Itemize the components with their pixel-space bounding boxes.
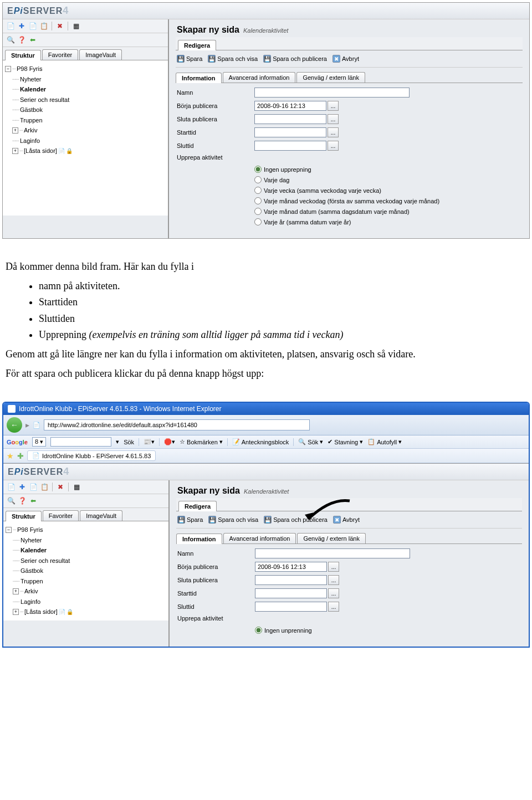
tab-information-2[interactable]: Information (176, 534, 222, 544)
radio-option-partial[interactable]: Ingen unprenning (255, 625, 521, 635)
exit-icon[interactable]: ⬅ (29, 496, 38, 505)
datepicker-button[interactable]: ... (328, 141, 339, 151)
input-start-time[interactable] (254, 127, 326, 137)
address-bar[interactable] (44, 419, 310, 430)
tab-redigera[interactable]: Redigera (178, 40, 216, 50)
browser-tab[interactable]: 📄 IdrottOnline Klubb - EPiServer 4.61.5.… (27, 450, 156, 461)
google-notes-button[interactable]: 📝 Anteckningsblock (232, 438, 289, 445)
exit-icon[interactable]: ⬅ (28, 35, 37, 44)
tree-root-2[interactable]: P98 Fyris (17, 525, 43, 535)
search-icon[interactable]: 🔍 (7, 496, 16, 505)
tree-item-locked[interactable]: [Låsta sidor] (24, 146, 57, 156)
tree-collapse-icon[interactable]: − (6, 527, 12, 533)
search-icon[interactable]: 🔍 (6, 35, 15, 44)
datepicker-button[interactable]: ... (328, 127, 339, 137)
tree-collapse-icon[interactable]: − (5, 66, 11, 72)
input-end-time[interactable] (254, 141, 326, 151)
tab-favoriter[interactable]: Favoriter (42, 49, 78, 60)
tree-item-gastbok[interactable]: Gästbok (20, 105, 43, 115)
tree-item[interactable]: Nyheter (21, 536, 42, 545)
add-favorite-icon[interactable]: ✚ (17, 452, 24, 460)
add-icon[interactable]: ✚ (18, 483, 27, 491)
grid-icon[interactable]: ▦ (71, 22, 80, 30)
tree-item-truppen[interactable]: Truppen (20, 116, 43, 125)
tab-avancerad[interactable]: Avancerad information (223, 72, 296, 83)
google-menu-dropdown[interactable]: 8 ▾ (32, 437, 46, 447)
paste-icon[interactable]: 📋 (39, 22, 48, 30)
tree-root[interactable]: P98 Fyris (17, 64, 42, 74)
tree-item[interactable]: Gästbok (21, 566, 43, 576)
google-autofill-button[interactable]: 📋 Autofyll ▾ (367, 438, 402, 445)
input-start-pub-2[interactable] (255, 562, 327, 572)
grid-icon[interactable]: ▦ (72, 483, 81, 491)
input-name[interactable] (254, 88, 410, 98)
input-name-2[interactable] (255, 548, 410, 558)
tree-item[interactable]: [Låsta sidor] (24, 607, 58, 617)
google-search-button[interactable]: Sök (124, 439, 134, 445)
tree-expand-icon[interactable]: + (13, 609, 19, 615)
tree-expand-icon[interactable]: + (12, 127, 18, 134)
add-icon[interactable]: ✚ (17, 22, 26, 30)
radio-option-3[interactable]: Varje månad veckodag (första av samma ve… (254, 196, 521, 206)
tree-item-arkiv[interactable]: Arkiv (24, 126, 37, 135)
radio-option-4[interactable]: Varje månad datum (samma dagsdatum varje… (254, 206, 521, 217)
new-page-icon[interactable]: 📄 (7, 483, 16, 491)
tree-item[interactable]: Kalender (21, 546, 47, 555)
datepicker-button[interactable]: ... (328, 588, 339, 598)
copy-icon[interactable]: 📄 (29, 483, 38, 491)
save-button[interactable]: 💾Spara (177, 55, 202, 63)
google-news-icon[interactable]: 📰▾ (144, 438, 155, 445)
tab-avancerad-2[interactable]: Avancerad information (223, 533, 296, 543)
google-search-dropdown[interactable]: ▾ (116, 438, 119, 445)
tree-expand-icon-2[interactable]: + (12, 148, 18, 154)
datepicker-button[interactable]: ... (328, 101, 339, 111)
save-publish-button[interactable]: 💾Spara och publicera (263, 55, 327, 63)
save-button-2[interactable]: 💾Spara (177, 516, 203, 524)
google-bookmarks-button[interactable]: ☆ Bokmärken ▾ (180, 438, 223, 445)
paste-icon[interactable]: 📋 (40, 483, 49, 491)
tab-favoriter-2[interactable]: Favoriter (43, 510, 79, 521)
save-view-button[interactable]: 💾Spara och visa (208, 55, 258, 63)
radio-option-0[interactable]: Ingen upprepning (254, 164, 521, 175)
input-end-pub[interactable] (254, 114, 326, 124)
tab-redigera-2[interactable]: Redigera (178, 501, 217, 511)
help-icon[interactable]: ❓ (18, 496, 27, 505)
tree-item-serier[interactable]: Serier och resultat (20, 95, 69, 105)
google-find-button[interactable]: 🔍 Sök ▾ (298, 438, 323, 445)
tab-imagevault-2[interactable]: ImageVault (80, 510, 122, 521)
input-end-pub-2[interactable] (255, 575, 327, 585)
radio-option-5[interactable]: Varje år (samma datum varje år) (254, 217, 521, 227)
datepicker-button[interactable]: ... (328, 602, 339, 612)
radio-option-2[interactable]: Varje vecka (samma veckodag varje vecka) (254, 185, 521, 196)
new-page-icon[interactable]: 📄 (6, 22, 15, 30)
datepicker-button[interactable]: ... (328, 575, 339, 585)
input-end-time-2[interactable] (255, 602, 327, 612)
google-spelling-button[interactable]: ✔ Stavning ▾ (328, 438, 363, 445)
delete-icon[interactable]: ✖ (56, 483, 65, 491)
save-view-button-2[interactable]: 💾Spara och visa (208, 516, 258, 524)
tab-genvag[interactable]: Genväg / extern länk (296, 72, 365, 83)
datepicker-button[interactable]: ... (328, 114, 339, 124)
copy-icon[interactable]: 📄 (28, 22, 37, 30)
tree-item[interactable]: Serier och resultat (21, 556, 70, 566)
forward-button[interactable]: ▸ (25, 420, 29, 429)
google-popup-icon[interactable]: 🛑▾ (164, 438, 175, 445)
favorite-star-icon[interactable]: ★ (7, 452, 14, 460)
tree-item[interactable]: Laginfo (21, 597, 40, 607)
tree-item-laginfo[interactable]: Laginfo (20, 136, 40, 146)
tab-genvag-2[interactable]: Genväg / extern länk (297, 533, 366, 543)
tree-item-nyheter[interactable]: Nyheter (20, 75, 42, 84)
tab-imagevault[interactable]: ImageVault (79, 49, 122, 60)
tree-expand-icon[interactable]: + (13, 588, 19, 594)
tree-item[interactable]: Arkiv (24, 587, 38, 596)
tab-struktur[interactable]: Struktur (5, 50, 41, 60)
delete-icon[interactable]: ✖ (55, 22, 64, 30)
tree-item-kalender[interactable]: Kalender (20, 85, 46, 94)
tab-struktur-2[interactable]: Struktur (6, 511, 42, 521)
input-start-time-2[interactable] (255, 588, 327, 598)
tab-information[interactable]: Information (176, 73, 222, 83)
help-icon[interactable]: ❓ (17, 35, 26, 44)
input-start-pub[interactable] (254, 101, 326, 111)
back-button[interactable]: ← (7, 417, 22, 433)
datepicker-button[interactable]: ... (328, 562, 339, 572)
